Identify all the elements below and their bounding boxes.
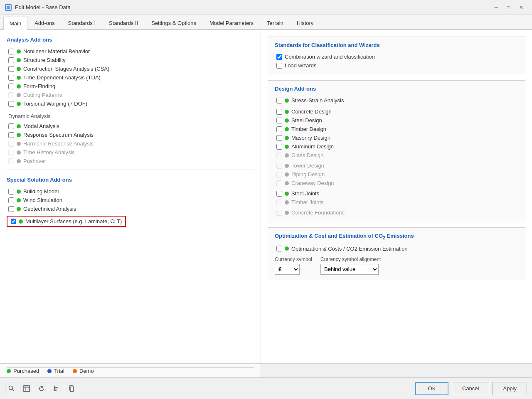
combination-wizard-checkbox[interactable] <box>276 54 282 60</box>
minimize-button[interactable]: ─ <box>490 3 502 12</box>
currency-symbol-select[interactable]: € $ £ <box>275 264 300 275</box>
steel-design-checkbox[interactable] <box>276 118 282 123</box>
purchased-dot <box>285 99 289 103</box>
search-icon <box>8 385 15 392</box>
timber-joints-checkbox[interactable] <box>276 200 282 205</box>
special-solution-title: Special Solution Add-ons <box>7 177 254 183</box>
structure-stability-checkbox[interactable] <box>8 57 14 63</box>
steel-joints-label: Steel Joints <box>291 190 319 197</box>
tab-main[interactable]: Main <box>3 17 27 30</box>
tower-design-label: Tower Design <box>291 163 324 169</box>
nonlinear-material-checkbox[interactable] <box>8 49 14 54</box>
legend-trial: Trial <box>47 368 64 374</box>
craneway-design-checkbox[interactable] <box>276 180 282 186</box>
glass-design-checkbox[interactable] <box>276 153 282 158</box>
list-item: Wind Simulation <box>8 196 254 204</box>
purchased-dot <box>17 190 21 194</box>
svg-text:0.00: 0.00 <box>24 385 28 387</box>
response-spectrum-checkbox[interactable] <box>8 132 14 138</box>
list-item: Harmonic Response Analysis <box>8 139 254 148</box>
legend: Purchased Trial Demo <box>7 367 254 374</box>
purchased-dot <box>17 58 21 62</box>
geotechnical-checkbox[interactable] <box>8 206 14 212</box>
tab-addons[interactable]: Add-ons <box>28 17 61 29</box>
building-model-checkbox[interactable] <box>8 189 14 195</box>
list-item: Optimization & Costs / CO2 Emission Esti… <box>276 244 518 253</box>
tda-checkbox[interactable] <box>8 75 14 81</box>
tab-terrain[interactable]: Terrain <box>261 17 290 29</box>
masonry-design-checkbox[interactable] <box>276 135 282 141</box>
multilayer-checkbox[interactable] <box>11 219 16 224</box>
pushover-checkbox[interactable] <box>8 158 14 164</box>
concrete-foundations-checkbox[interactable] <box>276 210 282 216</box>
response-spectrum-label: Response Spectrum Analysis <box>23 132 94 138</box>
close-button[interactable]: ✕ <box>515 3 527 12</box>
svg-rect-0 <box>6 5 10 10</box>
timber-design-label: Timber Design <box>291 126 326 132</box>
tower-design-checkbox[interactable] <box>276 163 282 169</box>
apply-button[interactable]: Apply <box>493 382 527 395</box>
harmonic-response-checkbox[interactable] <box>8 141 14 147</box>
trial-label: Trial <box>54 368 64 374</box>
tab-model-params[interactable]: Model Parameters <box>203 17 260 29</box>
unavailable-dot <box>285 181 289 185</box>
list-item: Concrete Foundations <box>276 208 518 217</box>
optimization-costs-checkbox[interactable] <box>276 246 282 251</box>
torsional-warping-label: Torsional Warping (7 DOF) <box>23 101 87 107</box>
cutting-patterns-checkbox[interactable] <box>8 92 14 98</box>
masonry-design-label: Masonry Design <box>291 135 330 141</box>
search-icon-button[interactable] <box>5 382 18 395</box>
tab-bar: Main Add-ons Standards I Standards II Se… <box>0 15 532 30</box>
tab-standards2[interactable]: Standards II <box>103 17 144 29</box>
torsional-warping-checkbox[interactable] <box>8 101 14 107</box>
tab-standards1[interactable]: Standards I <box>62 17 102 29</box>
time-history-checkbox[interactable] <box>8 150 14 155</box>
tab-settings[interactable]: Settings & Options <box>145 17 202 29</box>
purchased-dot <box>285 118 289 123</box>
glass-design-label: Glass Design <box>291 152 323 158</box>
ok-button[interactable]: OK <box>415 382 448 395</box>
purchased-dot <box>17 76 21 80</box>
refresh-icon-button[interactable] <box>35 382 48 395</box>
concrete-design-checkbox[interactable] <box>276 109 282 115</box>
tab-history[interactable]: History <box>291 17 320 29</box>
timber-design-checkbox[interactable] <box>276 126 282 132</box>
modal-analysis-checkbox[interactable] <box>8 123 14 129</box>
list-item: Response Spectrum Analysis <box>8 131 254 139</box>
tree-icon-button[interactable] <box>50 382 63 395</box>
table-icon-button[interactable]: 0.00 <box>20 382 33 395</box>
svg-line-3 <box>12 389 15 391</box>
purchased-dot <box>285 192 289 196</box>
currency-alignment-select[interactable]: Behind value Before value <box>320 264 379 275</box>
copy-icon <box>68 385 75 392</box>
list-item: Torsional Warping (7 DOF) <box>8 99 254 108</box>
piping-design-checkbox[interactable] <box>276 172 282 177</box>
table-icon: 0.00 <box>23 385 30 392</box>
list-item: Timber Design <box>276 125 518 133</box>
form-finding-checkbox[interactable] <box>8 84 14 89</box>
csa-checkbox[interactable] <box>8 66 14 72</box>
svg-rect-13 <box>70 387 74 392</box>
copy-icon-button[interactable] <box>65 382 78 395</box>
aluminum-design-checkbox[interactable] <box>276 144 282 150</box>
maximize-button[interactable]: □ <box>503 3 515 12</box>
purchased-dot <box>17 207 21 211</box>
title-bar: Edit Model - Base Data ─ □ ✕ <box>0 0 532 15</box>
dynamic-analysis-title: Dynamic Analysis <box>8 113 254 119</box>
standards-classification-title: Standards for Classification and Wizards <box>275 42 518 48</box>
harmonic-response-label: Harmonic Response Analysis <box>23 140 94 147</box>
list-item: Structure Stability <box>8 56 254 64</box>
right-panel: Standards for Classification and Wizards… <box>261 30 532 363</box>
wind-simulation-checkbox[interactable] <box>8 197 14 203</box>
load-wizards-checkbox[interactable] <box>276 63 282 69</box>
list-item: Geotechnical Analysis <box>8 204 254 213</box>
craneway-design-label: Craneway Design <box>291 180 334 186</box>
piping-design-label: Piping Design <box>291 171 325 177</box>
list-item: Craneway Design <box>276 179 518 187</box>
multilayer-label: Multilayer Surfaces (e.g. Laminate, CLT) <box>25 218 122 224</box>
steel-joints-checkbox[interactable] <box>276 191 282 197</box>
cancel-button[interactable]: Cancel <box>452 382 489 395</box>
window-controls: ─ □ ✕ <box>490 3 527 12</box>
unavailable-dot <box>17 142 21 146</box>
stress-strain-checkbox[interactable] <box>276 98 282 103</box>
